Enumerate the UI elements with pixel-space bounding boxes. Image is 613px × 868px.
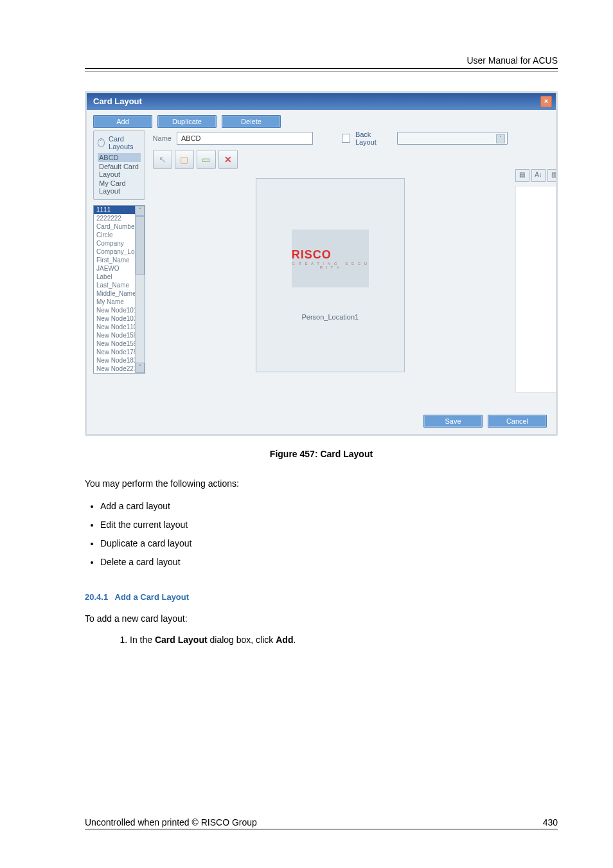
add-button[interactable]: Add — [93, 115, 152, 128]
dialog-title: Card Layout — [93, 96, 142, 106]
list-item: Delete a card layout — [100, 556, 558, 569]
risco-logo: RISCOC R E A T I N G S E C U R I T Y — [292, 248, 369, 269]
scroll-down-icon[interactable]: ˅ — [136, 363, 145, 373]
cancel-button[interactable]: Cancel — [488, 415, 547, 428]
figure-caption: Figure 457: Card Layout — [85, 449, 558, 459]
tool-delete-button[interactable]: ✕ — [218, 150, 238, 169]
property-grid[interactable] — [515, 186, 558, 393]
prop-sort-button[interactable]: A↓ — [531, 169, 546, 182]
tree-item[interactable]: Default Card Layout — [98, 162, 141, 179]
duplicate-button[interactable]: Duplicate — [157, 115, 217, 128]
scrollbar[interactable]: ˄ ˅ — [135, 206, 145, 373]
actions-intro: You may perform the following actions: — [85, 477, 558, 491]
save-button[interactable]: Save — [423, 415, 483, 428]
dialog-titlebar: Card Layout × — [87, 93, 556, 110]
footer-page-number: 430 — [543, 817, 558, 827]
scroll-up-icon[interactable]: ˄ — [136, 206, 145, 216]
page-header: User Manual for ACUS — [85, 55, 558, 68]
list-item: Add a card layout — [100, 500, 558, 513]
tool-file-button[interactable]: ▢ — [175, 150, 194, 169]
tool-pointer-button[interactable]: ↖ — [153, 150, 172, 169]
section-heading: 20.4.1 Add a Card Layout — [85, 592, 558, 602]
chevron-down-icon: ˅ — [496, 134, 505, 143]
step-item: In the Card Layout dialog box, click Add… — [130, 635, 558, 645]
prop-pages-button[interactable]: ▥ — [547, 169, 558, 182]
card-layout-dialog: Card Layout × Add Duplicate Delete ˄Card… — [85, 91, 558, 436]
tree-item[interactable]: My Card Layout — [98, 179, 141, 195]
actions-list: Add a card layout Edit the current layou… — [85, 500, 558, 569]
card-preview: RISCOC R E A T I N G S E C U R I T Y Per… — [256, 178, 405, 372]
tree-item[interactable]: ABCD — [98, 153, 141, 162]
back-layout-checkbox[interactable] — [342, 134, 350, 143]
list-item: Edit the current layout — [100, 518, 558, 532]
add-intro: To add a new card layout: — [85, 612, 558, 626]
scroll-thumb[interactable] — [136, 216, 145, 275]
name-input[interactable]: ABCD — [177, 132, 313, 145]
name-label: Name — [153, 134, 172, 142]
card-logo-placeholder: RISCOC R E A T I N G S E C U R I T Y — [292, 230, 369, 287]
fields-listbox[interactable]: 1111 2222222 Card_Number Circle Company … — [93, 205, 145, 374]
collapse-icon[interactable]: ˄ — [98, 138, 105, 147]
back-layout-label: Back Layout — [355, 131, 392, 146]
back-layout-dropdown[interactable]: ˅ — [397, 132, 508, 145]
footer-copyright: Uncontrolled when printed © RISCO Group — [85, 817, 257, 827]
prop-categorize-button[interactable]: ▤ — [515, 169, 529, 182]
card-field-label: Person_Location1 — [301, 313, 359, 321]
close-icon[interactable]: × — [540, 96, 552, 107]
list-item[interactable]: New Node269 — [94, 373, 145, 374]
delete-button[interactable]: Delete — [222, 115, 281, 128]
tool-shape-button[interactable]: ▭ — [197, 150, 216, 169]
list-item: Duplicate a card layout — [100, 537, 558, 550]
card-layouts-tree[interactable]: ˄Card Layouts ABCD Default Card Layout M… — [93, 131, 145, 200]
